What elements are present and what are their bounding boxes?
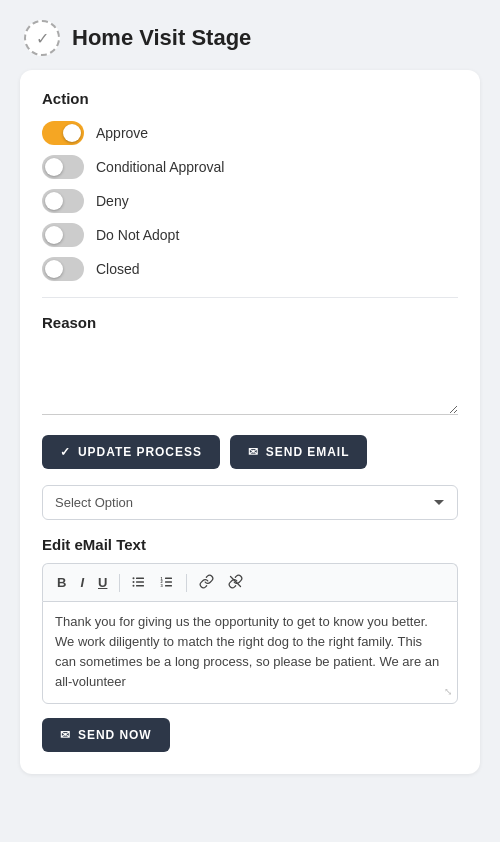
toggle-label-do-not-adopt: Do Not Adopt — [96, 227, 179, 243]
toolbar-divider-2 — [186, 574, 187, 592]
toggle-label-conditional-approval: Conditional Approval — [96, 159, 224, 175]
unordered-list-button[interactable] — [126, 571, 152, 595]
action-section: Action Approve Conditional Approval — [42, 90, 458, 281]
svg-rect-7 — [165, 581, 172, 583]
page-header: ✓ Home Visit Stage — [20, 20, 480, 56]
toggle-row-approve[interactable]: Approve — [42, 121, 458, 145]
send-now-envelope-icon: ✉ — [60, 728, 71, 742]
divider-1 — [42, 297, 458, 298]
svg-point-3 — [133, 577, 135, 579]
edit-email-section: Edit eMail Text B I U — [42, 536, 458, 704]
send-now-button[interactable]: ✉ SEND NOW — [42, 718, 170, 752]
toolbar-divider-1 — [119, 574, 120, 592]
svg-point-4 — [133, 581, 135, 583]
update-process-button[interactable]: ✓ UPDATE PROCESS — [42, 435, 220, 469]
toggle-label-approve: Approve — [96, 125, 148, 141]
italic-button[interactable]: I — [74, 572, 90, 593]
envelope-icon: ✉ — [248, 445, 259, 459]
checkmark-icon: ✓ — [60, 445, 71, 459]
send-btn-row: ✉ SEND NOW — [42, 718, 458, 752]
unlink-button[interactable] — [222, 570, 249, 595]
page-container: ✓ Home Visit Stage Action Approve — [20, 20, 480, 774]
email-body-text: Thank you for giving us the opportunity … — [55, 612, 445, 693]
svg-rect-1 — [136, 581, 144, 583]
toggle-row-conditional-approval[interactable]: Conditional Approval — [42, 155, 458, 179]
action-section-label: Action — [42, 90, 458, 107]
ordered-list-button[interactable]: 1 2 3 — [154, 571, 180, 595]
underline-button[interactable]: U — [92, 572, 113, 593]
svg-point-5 — [133, 584, 135, 586]
toggle-row-closed[interactable]: Closed — [42, 257, 458, 281]
svg-rect-2 — [136, 585, 144, 587]
svg-rect-0 — [136, 577, 144, 579]
reason-section: Reason — [42, 314, 458, 419]
toggle-label-deny: Deny — [96, 193, 129, 209]
main-card: Action Approve Conditional Approval — [20, 70, 480, 774]
send-email-label: SEND EMAIL — [266, 445, 350, 459]
link-button[interactable] — [193, 570, 220, 595]
toggle-do-not-adopt[interactable] — [42, 223, 84, 247]
edit-email-label: Edit eMail Text — [42, 536, 458, 553]
reason-section-label: Reason — [42, 314, 458, 331]
bold-button[interactable]: B — [51, 572, 72, 593]
update-process-label: UPDATE PROCESS — [78, 445, 202, 459]
toggle-deny[interactable] — [42, 189, 84, 213]
page-title: Home Visit Stage — [72, 25, 251, 51]
toggle-closed[interactable] — [42, 257, 84, 281]
svg-text:3: 3 — [161, 583, 164, 588]
toggle-conditional-approval[interactable] — [42, 155, 84, 179]
send-email-button[interactable]: ✉ SEND EMAIL — [230, 435, 368, 469]
resize-handle: ⤡ — [444, 684, 452, 700]
email-body[interactable]: Thank you for giving us the opportunity … — [42, 601, 458, 704]
svg-rect-8 — [165, 585, 172, 587]
select-option-row: Select Option — [42, 485, 458, 520]
send-now-label: SEND NOW — [78, 728, 152, 742]
action-buttons-row: ✓ UPDATE PROCESS ✉ SEND EMAIL — [42, 435, 458, 469]
svg-line-12 — [231, 577, 241, 587]
email-toolbar: B I U — [42, 563, 458, 601]
reason-textarea[interactable] — [42, 345, 458, 415]
toggle-row-do-not-adopt[interactable]: Do Not Adopt — [42, 223, 458, 247]
toggle-label-closed: Closed — [96, 261, 140, 277]
toggle-row-deny[interactable]: Deny — [42, 189, 458, 213]
toggle-approve[interactable] — [42, 121, 84, 145]
select-option-dropdown[interactable]: Select Option — [42, 485, 458, 520]
svg-rect-6 — [165, 577, 172, 579]
stage-icon: ✓ — [24, 20, 60, 56]
